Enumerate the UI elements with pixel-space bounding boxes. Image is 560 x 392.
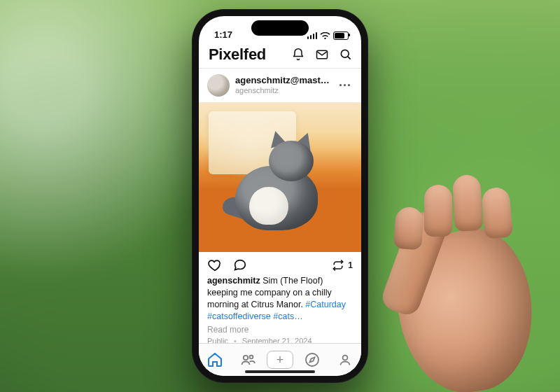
post-more-button[interactable]: ···	[337, 78, 353, 93]
avatar[interactable]	[207, 74, 230, 97]
app-header: Pixelfed	[199, 41, 361, 69]
svg-point-3	[249, 356, 253, 359]
cellular-signal-icon	[307, 32, 318, 39]
tab-profile[interactable]	[329, 344, 361, 376]
dynamic-island	[251, 20, 309, 36]
like-button[interactable]	[207, 258, 223, 273]
app-title: Pixelfed	[209, 46, 266, 64]
post-user-sub: agenschmitz	[235, 86, 332, 95]
read-more-button[interactable]: Read more	[199, 323, 361, 335]
plus-icon: +	[267, 351, 293, 369]
post-date: September 21, 2024	[242, 337, 312, 344]
phone-frame: 1:17 Pixelfed	[192, 9, 368, 383]
notifications-bell-icon[interactable]	[291, 48, 305, 62]
repost-count: 1	[348, 260, 353, 270]
tab-home[interactable]	[199, 344, 231, 376]
hashtag[interactable]: #cats…	[273, 312, 302, 321]
battery-icon	[333, 31, 349, 40]
messages-mail-icon[interactable]	[315, 48, 329, 62]
wifi-icon	[320, 32, 330, 40]
hashtag[interactable]: #Caturday	[305, 300, 346, 309]
post-caption[interactable]: agenschmitz Sim (The Floof) keeping me c…	[199, 275, 361, 323]
repost-button[interactable]: 1	[331, 258, 353, 272]
post-actions: 1	[199, 252, 361, 275]
post-meta: Public • September 21, 2024	[199, 335, 361, 344]
post-image[interactable]	[199, 102, 361, 252]
caption-author[interactable]: agenschmitz	[207, 276, 260, 286]
hashtag[interactable]: #catsoffediverse	[207, 312, 271, 321]
svg-point-4	[306, 354, 318, 366]
svg-point-5	[342, 356, 347, 360]
search-icon[interactable]	[339, 48, 353, 62]
phone-screen: 1:17 Pixelfed	[199, 16, 361, 376]
feed[interactable]: agenschmitz@mastodon… agenschmitz ···	[199, 69, 361, 343]
post-visibility: Public	[207, 337, 228, 344]
post-header[interactable]: agenschmitz@mastodon… agenschmitz ···	[199, 69, 361, 102]
status-time: 1:17	[214, 29, 232, 40]
svg-point-1	[341, 50, 349, 57]
post-user-handle[interactable]: agenschmitz@mastodon…	[235, 76, 332, 86]
comment-button[interactable]	[232, 258, 248, 273]
home-indicator[interactable]	[245, 370, 315, 373]
svg-point-2	[243, 356, 247, 360]
